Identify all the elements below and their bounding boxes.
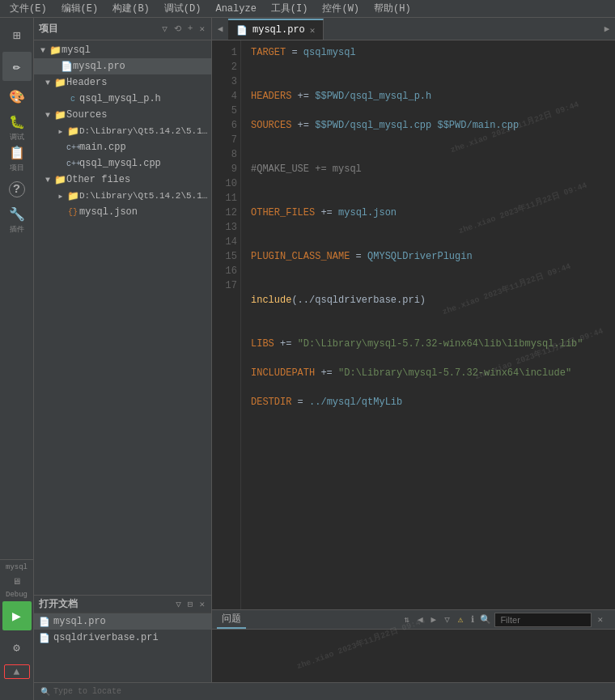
open-doc-label-mysql-pro: mysql.pro — [53, 616, 106, 627]
tab-issues[interactable]: 问题 — [217, 610, 246, 629]
folder-icon-lib-s: 📁 — [66, 190, 79, 202]
sidebar-header: 项目 ▽ ⟲ + ✕ — [34, 18, 211, 40]
stop-button[interactable]: ▲ — [4, 664, 30, 679]
search-icon-bottom: 🔍 — [40, 687, 50, 697]
tree-item-other-files[interactable]: ▼ 📁 Other files — [34, 172, 211, 188]
bottom-prev-icon[interactable]: ◀ — [415, 613, 426, 626]
filter-input[interactable] — [494, 613, 592, 627]
code-content[interactable]: TARGET = qsqlmysql HEADERS += $$PWD/qsql… — [241, 40, 615, 609]
debug-run-label: Debug — [2, 591, 31, 599]
sidebar-item-help-icon[interactable]: ? — [2, 175, 32, 204]
sidebar-header-icons: ▽ ⟲ + ✕ — [160, 23, 206, 35]
menu-build[interactable]: 构建(B) — [106, 0, 156, 17]
tools-icon: 🔧 — [9, 206, 25, 223]
bottom-next-icon[interactable]: ▶ — [429, 613, 439, 626]
sidebar-item-debug-icon[interactable]: 🐛 调试 — [2, 113, 32, 142]
open-docs-close-icon[interactable]: ✕ — [197, 598, 206, 610]
help-icon: ? — [9, 181, 25, 197]
sidebar-item-project-icon[interactable]: 📋 项目 — [2, 144, 32, 173]
tree-item-headers[interactable]: ▼ 📁 Headers — [34, 74, 211, 91]
tree-label-main-cpp: main.cpp — [79, 142, 126, 153]
menu-controls[interactable]: 控件(W) — [316, 0, 366, 17]
tab-nav-right[interactable]: ▶ — [599, 18, 615, 40]
tree-item-mysql-json[interactable]: {} mysql.json — [34, 204, 211, 220]
sidebar: 项目 ▽ ⟲ + ✕ ▼ 📁 mysql 📄 mysql.pro — [34, 18, 212, 700]
folder-icon-lib: 📁 — [66, 125, 79, 138]
sidebar-close-icon[interactable]: ✕ — [197, 23, 206, 35]
run-play-button[interactable]: ▶ — [2, 601, 32, 630]
open-docs-sort-icon[interactable]: ▽ — [174, 598, 183, 610]
tree-item-qsql-h[interactable]: c qsql_mysql_p.h — [34, 91, 211, 107]
bottom-tab-bar: 问题 ⇅ ◀ ▶ ▽ ⚠ ℹ 🔍 ✕ — [212, 610, 615, 630]
file-tree: ▼ 📁 mysql 📄 mysql.pro ▼ 📁 Headers — [34, 40, 211, 595]
editor-column: ◀ 📄 mysql.pro ✕ ▶ zhe.xiao 2023年11月22日 0… — [212, 18, 615, 700]
bottom-content: zhe.xiao 2023年11月22日 09:44 — [212, 630, 615, 682]
tree-item-mysql-pro[interactable]: 📄 mysql.pro — [34, 58, 211, 74]
tab-close-mysql-pro[interactable]: ✕ — [310, 25, 316, 36]
sidebar-more-icon[interactable]: + — [186, 23, 195, 35]
folder-icon-other: 📁 — [53, 174, 66, 186]
tree-item-mysql[interactable]: ▼ 📁 mysql — [34, 42, 211, 58]
tab-mysql-pro[interactable]: 📄 mysql.pro ✕ — [228, 19, 324, 40]
tree-arrow-sources: ▼ — [42, 111, 53, 120]
cpp-file-icon-main: c++ — [66, 143, 79, 152]
tree-label-lib-s-path: D:\Library\Qt5.14.2\5.14.2\S — [79, 191, 208, 201]
tree-item-main-cpp[interactable]: c++ main.cpp — [34, 139, 211, 155]
open-doc-label-qsql-pri: qsqldriverbase.pri — [53, 632, 159, 643]
sidebar-item-tools-icon[interactable]: 🔧 插件 — [2, 206, 32, 235]
menu-file[interactable]: 文件(E) — [3, 0, 53, 17]
type-to-locate-label: Type to locate — [53, 687, 121, 696]
menu-analyze[interactable]: Analyze — [209, 2, 262, 16]
open-doc-qsql-pri[interactable]: 📄 qsqldriverbase.pri — [34, 630, 211, 646]
run-debug-panel: mysql 🖥 Debug ▶ ⚙ ▲ — [0, 559, 34, 682]
open-doc-mysql-pro[interactable]: 📄 mysql.pro — [34, 613, 211, 630]
json-file-icon: {} — [66, 208, 79, 217]
menu-tools[interactable]: 工具(I) — [265, 0, 315, 17]
tree-item-lib-s-path[interactable]: ▶ 📁 D:\Library\Qt5.14.2\5.14.2\S — [34, 188, 211, 204]
pro-file-icon: 📄 — [60, 61, 73, 73]
code-line-6: #QMAKE_USE += mysql — [251, 162, 605, 176]
very-bottom-bar: 🔍 Type to locate — [34, 682, 615, 700]
folder-icon-mysql: 📁 — [49, 45, 62, 57]
tree-item-sources[interactable]: ▼ 📁 Sources — [34, 107, 211, 123]
tree-label-other-files: Other files — [66, 174, 130, 185]
bottom-filter-icon[interactable]: ▽ — [442, 613, 452, 626]
tree-arrow-headers: ▼ — [42, 78, 53, 87]
code-line-15: INCLUDEPATH += "D:\Library\mysql-5.7.32-… — [251, 366, 605, 380]
welcome-icon: ⊞ — [13, 28, 21, 44]
open-docs-split-icon[interactable]: ⊟ — [186, 598, 195, 610]
c-file-icon: c — [66, 95, 79, 104]
tree-label-sources: Sources — [66, 109, 107, 121]
sidebar-filter-icon[interactable]: ▽ — [160, 23, 169, 35]
bottom-toolbar: ⇅ ◀ ▶ ▽ ⚠ ℹ 🔍 ✕ — [397, 613, 610, 627]
menu-edit[interactable]: 编辑(E) — [55, 0, 105, 17]
sidebar-item-design[interactable]: 🎨 — [2, 83, 32, 112]
code-line-10: PLUGIN_CLASS_NAME = QMYSQLDriverPlugin — [251, 249, 605, 264]
tree-item-lib-path[interactable]: ▶ 📁 D:\Library\Qt5.14.2\5.14.2\m — [34, 123, 211, 139]
bottom-warning-icon[interactable]: ⚠ — [456, 613, 466, 626]
run-step-button[interactable]: ⚙ — [2, 633, 32, 662]
code-line-3: HEADERS += $$PWD/qsql_mysql_p.h — [251, 89, 605, 104]
sidebar-item-welcome[interactable]: ⊞ — [2, 21, 32, 50]
edit-icon: ✏ — [13, 58, 21, 74]
tab-bar: ◀ 📄 mysql.pro ✕ ▶ — [212, 18, 615, 40]
debug-icon: 🐛 — [9, 114, 25, 130]
tree-label-mysql-json: mysql.json — [79, 206, 138, 218]
bottom-close-panel-icon[interactable]: ✕ — [595, 613, 605, 626]
menu-help[interactable]: 帮助(H) — [367, 0, 418, 17]
tree-item-qsql-cpp[interactable]: c++ qsql_mysql.cpp — [34, 155, 211, 172]
menu-debug[interactable]: 调试(D) — [158, 0, 208, 17]
sidebar-item-edit[interactable]: ✏ — [2, 52, 32, 81]
tree-label-headers: Headers — [66, 77, 107, 88]
open-doc-icon-qsql: 📄 — [39, 633, 50, 643]
bottom-info-icon[interactable]: ℹ — [469, 613, 477, 626]
bottom-sort-icon[interactable]: ⇅ — [401, 613, 412, 626]
sidebar-sync-icon[interactable]: ⟲ — [172, 23, 183, 35]
code-editor: zhe.xiao 2023年11月22日 09:44 zhe.xiao 2023… — [212, 40, 615, 609]
project-icon: 📋 — [9, 145, 25, 161]
cpp-file-icon-qsql: c++ — [66, 159, 79, 168]
code-line-4: SOURCES += $$PWD/qsql_mysql.cpp $$PWD/ma… — [251, 118, 605, 133]
type-to-locate: 🔍 Type to locate — [40, 687, 609, 697]
tab-nav-left[interactable]: ◀ — [212, 18, 228, 40]
code-line-14: LIBS += "D:\Library\mysql-5.7.32-winx64\… — [251, 337, 605, 351]
